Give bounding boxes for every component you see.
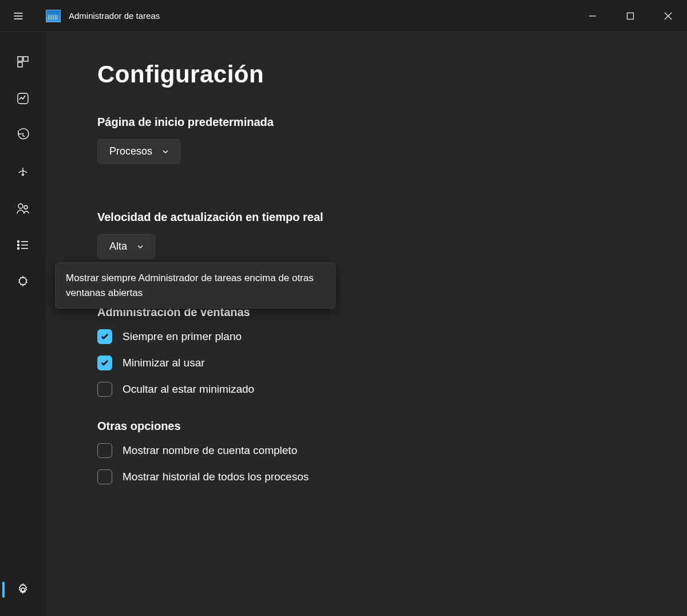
app-history-icon <box>16 128 30 142</box>
label-hide-when-minimized: Ocultar al estar minimizado <box>123 383 254 396</box>
checkbox-hide-when-minimized[interactable] <box>97 382 112 397</box>
page-title: Configuración <box>97 61 687 88</box>
nav-details[interactable] <box>0 227 45 263</box>
processes-icon <box>16 55 30 69</box>
checkbox-full-account-name[interactable] <box>97 443 112 458</box>
row-hide-when-minimized: Ocultar al estar minimizado <box>97 382 687 397</box>
nav-performance[interactable] <box>0 80 45 117</box>
svg-point-5 <box>22 174 23 176</box>
label-other-options: Otras opciones <box>97 420 687 433</box>
label-full-account-name: Mostrar nombre de cuenta completo <box>123 444 297 457</box>
dropdown-update-speed[interactable]: Alta <box>97 234 155 259</box>
maximize-icon <box>626 12 634 20</box>
nav-services[interactable] <box>0 263 45 300</box>
details-icon <box>16 238 30 252</box>
row-history-all-processes: Mostrar historial de todos los procesos <box>97 469 687 484</box>
nav-settings[interactable] <box>0 571 45 608</box>
group-other-options: Otras opciones Mostrar nombre de cuenta … <box>97 420 687 484</box>
titlebar: Administrador de tareas <box>0 0 687 32</box>
checkbox-history-all-processes[interactable] <box>97 469 112 484</box>
services-icon <box>16 275 30 289</box>
row-full-account-name: Mostrar nombre de cuenta completo <box>97 443 687 458</box>
content: Configuración Página de inicio predeterm… <box>46 32 687 616</box>
label-history-all-processes: Mostrar historial de todos los procesos <box>123 471 309 483</box>
svg-rect-1 <box>18 57 22 61</box>
dropdown-default-page-value: Procesos <box>109 145 152 157</box>
label-default-page: Página de inicio predeterminada <box>97 116 687 129</box>
svg-rect-3 <box>18 62 22 67</box>
checkbox-minimize-on-use[interactable] <box>97 356 112 370</box>
dropdown-default-page[interactable]: Procesos <box>97 139 180 164</box>
sidebar-bottom <box>0 571 45 608</box>
nav-users[interactable] <box>0 190 45 227</box>
tooltip-always-on-top: Mostrar siempre Administrador de tareas … <box>55 262 335 309</box>
window-controls <box>574 4 687 28</box>
dropdown-update-speed-value: Alta <box>109 240 127 252</box>
check-icon <box>100 332 109 341</box>
svg-point-9 <box>17 244 19 246</box>
startup-apps-icon <box>16 165 30 179</box>
hamburger-button[interactable] <box>5 2 32 30</box>
label-minimize-on-use: Minimizar al usar <box>123 357 205 369</box>
group-default-page: Página de inicio predeterminada Procesos <box>97 116 687 188</box>
row-minimize-on-use: Minimizar al usar <box>97 356 687 370</box>
minimize-button[interactable] <box>574 4 611 28</box>
label-update-speed: Velocidad de actualización en tiempo rea… <box>97 211 687 224</box>
app-icon <box>46 10 61 22</box>
sidebar <box>0 32 46 616</box>
label-always-on-top: Siempre en primer plano <box>123 330 242 343</box>
svg-point-7 <box>24 206 27 209</box>
app-title: Administrador de tareas <box>69 11 160 21</box>
body: Configuración Página de inicio predeterm… <box>0 32 687 616</box>
nav-startup[interactable] <box>0 153 45 190</box>
group-window-management: Administración de ventanas Siempre en pr… <box>97 306 687 397</box>
check-icon <box>100 358 109 368</box>
chevron-down-icon <box>136 243 144 251</box>
row-always-on-top: Siempre en primer plano <box>97 329 687 344</box>
close-button[interactable] <box>649 4 687 28</box>
svg-point-10 <box>17 248 19 250</box>
users-icon <box>16 202 30 215</box>
nav-processes[interactable] <box>0 44 45 80</box>
chevron-down-icon <box>161 148 169 156</box>
hamburger-icon <box>13 10 24 22</box>
maximize-button[interactable] <box>611 4 649 28</box>
minimize-icon <box>589 12 597 20</box>
svg-rect-2 <box>23 57 28 61</box>
nav-app-history[interactable] <box>0 117 45 153</box>
window: Administrador de tareas <box>0 0 687 616</box>
checkbox-always-on-top[interactable] <box>97 329 112 344</box>
gear-icon <box>16 583 30 597</box>
close-icon <box>664 12 672 20</box>
svg-rect-0 <box>627 13 634 19</box>
svg-point-8 <box>17 241 19 243</box>
svg-point-6 <box>18 204 23 208</box>
svg-point-11 <box>21 588 25 591</box>
performance-icon <box>16 92 30 105</box>
